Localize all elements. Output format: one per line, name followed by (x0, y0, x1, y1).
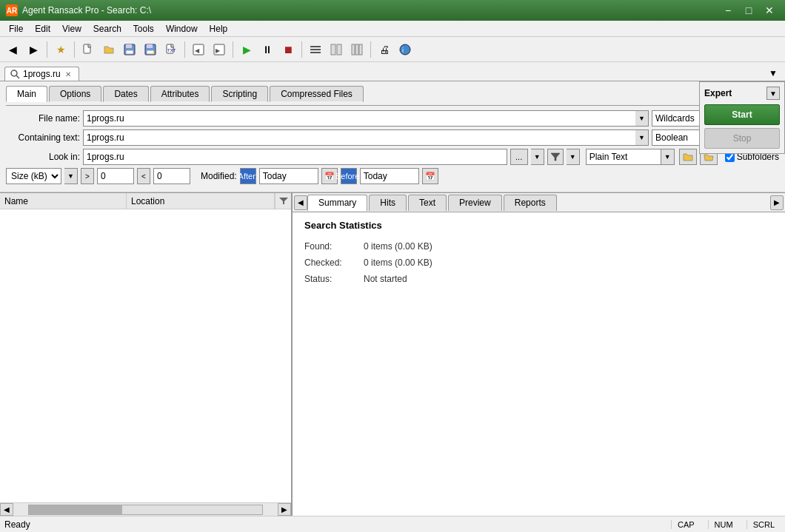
file-name-dropdown-btn[interactable]: ▼ (635, 110, 649, 127)
expert-expand-button[interactable]: ▼ (766, 87, 780, 100)
separator-2 (74, 41, 75, 58)
folder-browse-button[interactable] (679, 149, 697, 165)
back-button[interactable]: ◀ (3, 40, 22, 59)
window-controls: − □ ✕ (718, 3, 779, 18)
maximize-button[interactable]: □ (739, 3, 758, 18)
look-in-dropdown-btn[interactable]: ▼ (531, 149, 544, 165)
minimize-button[interactable]: − (718, 3, 738, 18)
after-date-input[interactable] (259, 168, 318, 184)
menu-help[interactable]: Help (204, 21, 234, 36)
size-lt-button[interactable]: < (137, 168, 150, 184)
tab-attributes[interactable]: Attributes (150, 86, 210, 102)
after-button[interactable]: After: (240, 168, 256, 184)
scrl-indicator: SCRL (746, 520, 781, 529)
next-result-button[interactable]: ▶ (210, 40, 229, 59)
size-unit-select[interactable]: Size (kB) (6, 168, 61, 184)
session-tab[interactable]: 1progs.ru ✕ (4, 67, 79, 81)
tab-summary[interactable]: Summary (307, 195, 367, 211)
tab-nav-right[interactable]: ▶ (770, 195, 784, 210)
saveas-button[interactable]: + (141, 40, 160, 59)
tab-scripting[interactable]: Scripting (211, 86, 268, 102)
menubar: File Edit View Search Tools Window Help (0, 21, 785, 37)
hscroll-left[interactable]: ◀ (0, 503, 13, 516)
col-layout-1-button[interactable] (306, 40, 325, 59)
file-name-label: File name: (6, 113, 80, 124)
expert-header: Expert ▼ (704, 87, 780, 100)
tab-options[interactable]: Options (49, 86, 101, 102)
text-type-select[interactable]: Plain Text (586, 149, 661, 165)
file-list-header: Name Location (0, 193, 291, 209)
save-button[interactable] (120, 40, 139, 59)
look-in-browse-button[interactable]: ... (510, 149, 528, 165)
menu-edit[interactable]: Edit (29, 21, 56, 36)
stop-button[interactable]: ⏹ (278, 40, 298, 59)
containing-text-dropdown-btn[interactable]: ▼ (635, 129, 649, 146)
favorites-button[interactable]: ★ (51, 40, 70, 59)
tab-reports[interactable]: Reports (504, 195, 557, 211)
separator-4 (233, 41, 233, 58)
tab-compressed-files[interactable]: Compressed Files (270, 86, 364, 102)
size-max-input[interactable] (153, 168, 190, 184)
export-button[interactable]: TXT (161, 40, 181, 59)
tab-hits[interactable]: Hits (369, 195, 407, 211)
prev-result-button[interactable]: ◀ (189, 40, 208, 59)
tab-nav-left[interactable]: ◀ (294, 195, 307, 210)
svg-rect-19 (352, 44, 355, 55)
found-label: Found: (304, 241, 364, 252)
size-min-input[interactable] (97, 168, 134, 184)
filter-button[interactable] (547, 149, 564, 165)
hscroll-thumb[interactable] (29, 505, 122, 514)
col-name-header: Name (0, 193, 127, 209)
svg-text:▶: ▶ (216, 47, 221, 54)
start-button[interactable]: Start (704, 104, 780, 125)
containing-text-input[interactable] (83, 129, 635, 146)
size-gt-button[interactable]: > (81, 168, 94, 184)
tab-text[interactable]: Text (408, 195, 447, 211)
tab-main[interactable]: Main (6, 86, 47, 102)
tab-preview[interactable]: Preview (448, 195, 502, 211)
checked-row: Checked: 0 items (0.00 KB) (304, 257, 773, 268)
session-tab-close[interactable]: ✕ (65, 70, 71, 78)
file-name-row: File name: ▼ Wildcards ▼ Aa ? (6, 110, 779, 127)
list-filter-icon[interactable] (275, 193, 291, 209)
menu-file[interactable]: File (3, 21, 29, 36)
svg-rect-14 (310, 46, 321, 47)
before-date-input[interactable] (360, 168, 419, 184)
print-button[interactable]: 🖨 (375, 40, 394, 59)
svg-line-25 (16, 75, 19, 78)
title-text: Agent Ransack Pro - Search: C:\ (22, 5, 714, 16)
pause-button[interactable]: ⏸ (258, 40, 277, 59)
tab-dates[interactable]: Dates (103, 86, 148, 102)
separator-5 (301, 41, 302, 58)
file-name-input[interactable] (83, 110, 635, 127)
separator-6 (370, 41, 371, 58)
status-text: Ready (4, 519, 664, 530)
before-button[interactable]: Before: (341, 168, 357, 184)
containing-text-label: Containing text: (6, 132, 80, 143)
search-form: Main Options Dates Attributes Scripting … (0, 81, 785, 192)
status-value: Not started (364, 274, 407, 284)
filter-dropdown-btn[interactable]: ▼ (567, 149, 580, 165)
new-button[interactable] (78, 40, 98, 59)
play-button[interactable]: ▶ (237, 40, 256, 59)
menu-tools[interactable]: Tools (127, 21, 160, 36)
close-button[interactable]: ✕ (760, 3, 779, 18)
look-in-row: Look in: ... ▼ ▼ Plain Text ▼ (6, 149, 779, 165)
size-unit-dropdown-btn[interactable]: ▼ (64, 168, 78, 184)
text-type-dropdown-btn[interactable]: ▼ (661, 149, 675, 165)
forward-button[interactable]: ▶ (24, 40, 43, 59)
col-layout-2-button[interactable] (327, 40, 346, 59)
hscroll-right[interactable]: ▶ (278, 503, 291, 516)
main-content: Main Options Dates Attributes Scripting … (0, 81, 785, 516)
export2-button[interactable]: i (395, 40, 415, 59)
hscroll-track[interactable] (28, 505, 263, 515)
status-label: Status: (304, 274, 364, 284)
col-layout-3-button[interactable] (347, 40, 367, 59)
session-tab-arrow[interactable]: ▼ (766, 66, 781, 81)
menu-search[interactable]: Search (87, 21, 127, 36)
menu-window[interactable]: Window (160, 21, 204, 36)
open-button[interactable] (99, 40, 118, 59)
before-calendar-button[interactable]: 📅 (422, 168, 438, 184)
menu-view[interactable]: View (56, 21, 87, 36)
look-in-input[interactable] (83, 149, 507, 165)
